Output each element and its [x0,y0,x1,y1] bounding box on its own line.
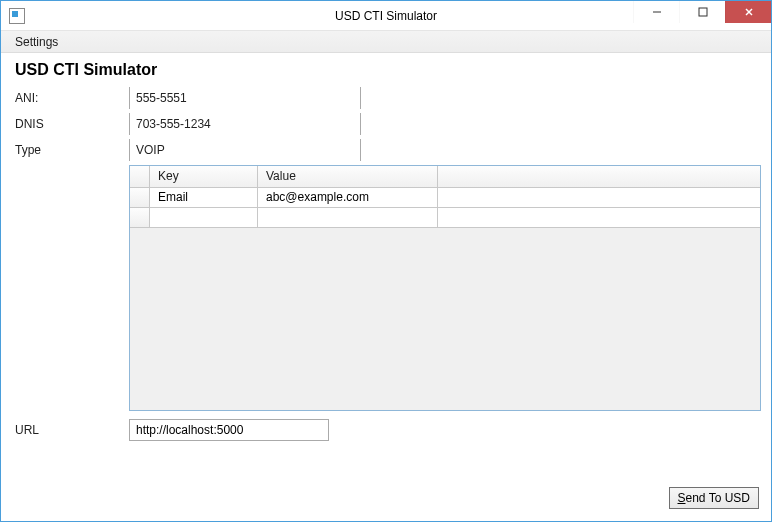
menu-bar: Settings [1,31,771,53]
grid-cell-rest [438,208,760,227]
minimize-button[interactable] [633,1,679,23]
grid-body: Email abc@example.com [130,188,760,228]
grid-header-value[interactable]: Value [258,166,438,187]
input-ani[interactable] [129,87,361,109]
grid-row-header[interactable] [130,208,150,227]
grid-header-key[interactable]: Key [150,166,258,187]
label-dnis: DNIS [11,117,129,131]
content-area: USD CTI Simulator ANI: DNIS Type Key Val… [1,53,771,521]
grid-cell-value[interactable]: abc@example.com [258,188,438,207]
app-icon [9,8,25,24]
grid-cell-rest [438,188,760,207]
label-ani: ANI: [11,91,129,105]
row-type: Type [11,137,761,163]
window-controls [633,1,771,23]
grid-header-rowselector [130,166,150,187]
grid-row[interactable]: Email abc@example.com [130,188,760,208]
grid-header-spacer [438,166,760,187]
page-title: USD CTI Simulator [11,61,761,79]
label-type: Type [11,143,129,157]
label-url: URL [11,423,129,437]
input-type[interactable] [129,139,361,161]
close-button[interactable] [725,1,771,23]
input-dnis[interactable] [129,113,361,135]
data-grid[interactable]: Key Value Email abc@example.com [129,165,761,411]
grid-header-row: Key Value [130,166,760,188]
grid-cell-value[interactable] [258,208,438,227]
svg-rect-1 [699,8,707,16]
title-bar: USD CTI Simulator [1,1,771,31]
grid-cell-key[interactable]: Email [150,188,258,207]
maximize-button[interactable] [679,1,725,23]
row-ani: ANI: [11,85,761,111]
row-url: URL [11,419,761,441]
input-url[interactable] [129,419,329,441]
grid-new-row[interactable] [130,208,760,228]
grid-row-header[interactable] [130,188,150,207]
send-to-usd-button[interactable]: Send To USD [669,487,760,509]
menu-settings[interactable]: Settings [7,33,66,51]
grid-cell-key[interactable] [150,208,258,227]
row-dnis: DNIS [11,111,761,137]
